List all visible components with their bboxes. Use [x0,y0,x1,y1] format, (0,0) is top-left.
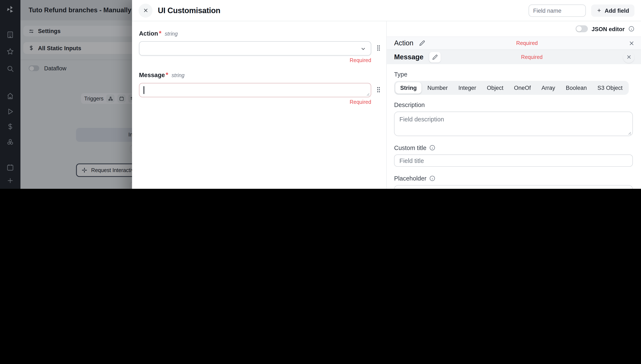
info-icon[interactable] [429,175,435,181]
required-asterisk: * [166,72,168,79]
description-placeholder: Field description [399,116,444,123]
message-required-note: Required [139,99,371,105]
required-asterisk: * [159,30,162,37]
resize-handle-icon[interactable] [365,92,369,96]
type-option-oneof[interactable]: OneOf [509,82,536,94]
json-editor-toggle[interactable] [576,26,588,32]
placeholder-textarea[interactable]: Enter a placeholder [394,185,633,189]
type-option-array[interactable]: Array [536,82,560,94]
type-option-string[interactable]: String [395,82,422,94]
modal-title: UI Customisation [158,6,220,15]
edit-pencil-icon[interactable] [419,40,425,46]
remove-message-button[interactable] [623,51,634,63]
action-field-label: Action [139,30,158,37]
json-editor-row: JSON editor [387,21,641,36]
custom-title-placeholder: Field title [399,157,424,164]
resize-handle-icon[interactable] [626,130,631,135]
drag-handle[interactable] [377,87,380,93]
action-row-status: Required [425,40,629,46]
field-editor: Type String Number Integer Object OneOf … [387,64,641,189]
message-textarea[interactable] [139,83,371,97]
custom-title-label: Custom title [394,144,426,151]
stage: Tuto Refund branches - Manually Settings… [0,0,641,189]
drag-handle[interactable] [377,45,380,51]
close-modal-button[interactable] [139,4,153,17]
modal-backdrop[interactable] [0,0,132,189]
placeholder-placeholder: Enter a placeholder [399,188,453,189]
text-cursor [144,86,144,94]
message-row-label: Message [394,53,423,61]
json-editor-label: JSON editor [592,26,625,32]
type-option-integer[interactable]: Integer [453,82,481,94]
placeholder-label-row: Placeholder [394,175,633,182]
info-icon[interactable] [429,145,435,151]
ui-customisation-modal: UI Customisation Add field Action* strin… [132,0,641,189]
app-window: Tuto Refund branches - Manually Settings… [0,0,641,189]
description-label: Description [394,101,633,108]
type-segmented-control: String Number Integer Object OneOf Array… [394,81,629,95]
info-icon[interactable] [628,26,634,32]
placeholder-label: Placeholder [394,175,426,182]
action-select[interactable] [139,41,371,56]
custom-title-label-row: Custom title [394,144,633,151]
field-name-input[interactable] [529,4,586,16]
message-row-selected[interactable]: Message Required [387,49,641,64]
modal-header: UI Customisation Add field [132,0,641,21]
type-option-number[interactable]: Number [422,82,453,94]
action-required-note: Required [139,57,371,63]
type-label: Type [394,71,633,78]
form-preview: Action* string Required Message* string [132,21,386,189]
message-field-label: Message [139,72,165,78]
message-field-label-row: Message* string [139,72,379,79]
type-option-s3-object[interactable]: S3 Object [592,82,627,94]
type-option-object[interactable]: Object [482,82,508,94]
add-field-button[interactable]: Add field [591,4,634,16]
type-option-boolean[interactable]: Boolean [561,82,592,94]
close-icon [143,8,148,13]
plus-icon [596,8,602,13]
edit-pencil-icon[interactable] [429,52,441,62]
description-textarea[interactable]: Field description [394,112,633,136]
close-icon [626,54,631,60]
message-row-status: Required [441,54,623,60]
field-settings-panel: JSON editor Action Required Message Requ… [386,21,641,189]
remove-action-button[interactable] [629,40,634,46]
action-field-label-row: Action* string [139,30,379,37]
action-field-type: string [165,31,178,37]
message-field-type: string [172,72,184,78]
action-row[interactable]: Action Required [387,36,641,50]
custom-title-input[interactable]: Field title [394,154,633,167]
add-field-label: Add field [605,7,629,14]
chevron-down-icon [360,46,366,52]
action-row-label: Action [394,39,413,47]
close-icon [629,40,634,46]
